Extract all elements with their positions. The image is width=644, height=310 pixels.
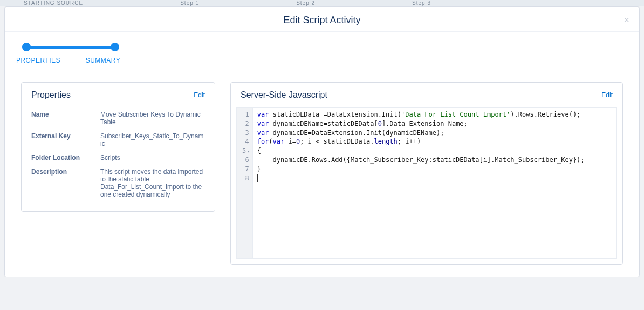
code-gutter: 12345▾678 — [237, 108, 253, 258]
step-label-properties[interactable]: PROPERTIES — [11, 57, 65, 64]
prop-row-name: Name Move Subscriber Keys To Dynamic Tab… — [31, 107, 205, 129]
prop-key: External Key — [31, 132, 100, 140]
modal-title: Edit Script Activity — [5, 15, 639, 26]
step-label-summary[interactable]: SUMMARY — [76, 57, 130, 64]
properties-panel-header: Properties Edit — [22, 83, 215, 105]
step-line — [26, 46, 115, 49]
bg-step-1: Step 1 — [180, 0, 199, 6]
prop-val: Scripts — [100, 154, 120, 161]
prop-key: Description — [31, 168, 100, 176]
edit-script-modal: Edit Script Activity × PROPERTIES SUMMAR… — [4, 6, 640, 277]
bg-step-2: Step 2 — [296, 0, 315, 6]
prop-val: This script moves the data imported to t… — [100, 168, 205, 198]
code-panel: Server-Side Javascript Edit 12345▾678 va… — [230, 82, 623, 265]
bg-step-3: Step 3 — [412, 0, 431, 6]
prop-row-folder: Folder Location Scripts — [31, 151, 205, 165]
code-editor[interactable]: 12345▾678 var staticDEData =DataExtensio… — [236, 107, 617, 259]
close-icon[interactable]: × — [624, 15, 629, 26]
step-labels: PROPERTIES SUMMARY — [11, 57, 130, 64]
prop-row-external-key: External Key Subscriber_Keys_Static_To_D… — [31, 129, 205, 151]
modal-content: Properties Edit Name Move Subscriber Key… — [5, 70, 639, 277]
prop-key: Name — [31, 111, 100, 118]
properties-edit-link[interactable]: Edit — [194, 91, 205, 99]
prop-row-description: Description This script moves the data i… — [31, 165, 205, 201]
code-panel-header: Server-Side Javascript Edit — [231, 83, 622, 105]
code-panel-title: Server-Side Javascript — [241, 90, 327, 100]
properties-table: Name Move Subscriber Keys To Dynamic Tab… — [22, 105, 215, 211]
stepper: PROPERTIES SUMMARY — [5, 32, 639, 70]
modal-header: Edit Script Activity × — [5, 7, 639, 32]
step-dot-properties[interactable] — [22, 43, 31, 51]
prop-val: Move Subscriber Keys To Dynamic Table — [100, 111, 205, 126]
prop-key: Folder Location — [31, 154, 100, 161]
properties-panel-title: Properties — [31, 90, 71, 100]
prop-val: Subscriber_Keys_Static_To_Dynamic — [100, 132, 205, 147]
bg-step-source: STARTING SOURCE — [24, 0, 83, 6]
properties-panel: Properties Edit Name Move Subscriber Key… — [21, 82, 215, 212]
step-track — [22, 43, 119, 51]
background-wizard-strip: STARTING SOURCE Step 1 Step 2 Step 3 — [0, 0, 644, 6]
step-dot-summary[interactable] — [111, 43, 119, 51]
code-lines[interactable]: var staticDEData =DataExtension.Init('Da… — [253, 108, 616, 258]
code-edit-link[interactable]: Edit — [601, 91, 613, 99]
